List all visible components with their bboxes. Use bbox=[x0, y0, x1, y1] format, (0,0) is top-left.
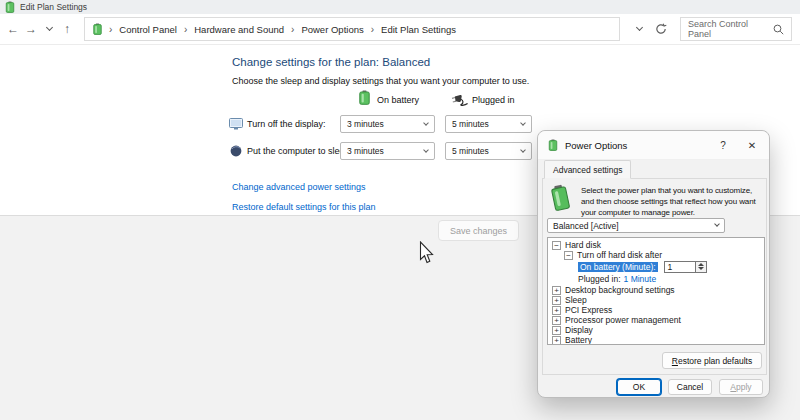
breadcrumb-item-hardware-and-sound[interactable]: Hardware and Sound bbox=[194, 24, 284, 35]
power-plan-select[interactable]: Balanced [Active] bbox=[547, 218, 725, 233]
breadcrumb-item-edit-plan-settings[interactable]: Edit Plan Settings bbox=[381, 24, 456, 35]
tree-item-sleep[interactable]: + Sleep bbox=[548, 295, 764, 305]
restore-default-settings-link[interactable]: Restore default settings for this plan bbox=[232, 202, 376, 212]
expand-icon[interactable]: + bbox=[552, 336, 561, 345]
tree-item-turn-off-hard-disk[interactable]: − Turn off hard disk after bbox=[548, 250, 764, 260]
spinner-up-icon[interactable] bbox=[698, 263, 704, 266]
restore-plan-defaults-button[interactable]: Restore plan defaults bbox=[662, 352, 762, 369]
minutes-value[interactable]: 1 bbox=[664, 261, 696, 273]
cancel-button[interactable]: Cancel bbox=[668, 379, 712, 395]
column-header-on-battery: On battery bbox=[377, 95, 419, 105]
expand-icon[interactable]: + bbox=[552, 316, 561, 325]
spinner-down-icon[interactable] bbox=[698, 267, 704, 270]
selected-setting-label[interactable]: On battery (Minute): bbox=[578, 262, 658, 272]
display-plugged-in-value: 5 minutes bbox=[452, 119, 489, 129]
tree-item-desktop-background-settings[interactable]: + Desktop background settings bbox=[548, 285, 764, 295]
apply-button[interactable]: Apply bbox=[719, 379, 763, 395]
tree-item-plugged-in-setting[interactable]: Plugged in: 1 Minute bbox=[548, 273, 764, 285]
refresh-icon[interactable] bbox=[652, 20, 670, 38]
row-label-turn-off-display: Turn off the display: bbox=[247, 119, 326, 129]
back-button[interactable]: ← bbox=[4, 20, 22, 38]
save-changes-button[interactable]: Save changes bbox=[438, 220, 519, 241]
window-titlebar: Edit Plan Settings bbox=[0, 0, 800, 14]
search-input[interactable]: Search Control Panel bbox=[680, 17, 792, 41]
chevron-down-icon bbox=[714, 221, 720, 227]
tree-item-pci-express[interactable]: + PCI Express bbox=[548, 305, 764, 315]
tree-label: Processor power management bbox=[565, 315, 681, 325]
chevron-down-icon bbox=[520, 147, 526, 153]
tree-label: Sleep bbox=[565, 295, 587, 305]
tree-label: Hard disk bbox=[565, 240, 601, 250]
app-battery-icon bbox=[5, 1, 15, 13]
column-header-plugged-in: Plugged in bbox=[472, 95, 515, 105]
page-title: Change settings for the plan: Balanced bbox=[232, 56, 430, 68]
breadcrumb-separator: › bbox=[291, 24, 294, 35]
forward-button[interactable]: → bbox=[22, 20, 40, 38]
dialog-description: Select the power plan that you want to c… bbox=[581, 185, 765, 218]
navigation-toolbar: ← → ↑ › Control Panel › Hardware and Sou… bbox=[0, 14, 800, 45]
breadcrumb[interactable]: › Control Panel › Hardware and Sound › P… bbox=[84, 17, 620, 41]
display-plugged-in-select[interactable]: 5 minutes bbox=[445, 115, 532, 133]
breadcrumb-separator: › bbox=[184, 24, 187, 35]
sleep-icon bbox=[230, 145, 242, 157]
tree-item-display[interactable]: + Display bbox=[548, 325, 764, 335]
breadcrumb-item-control-panel[interactable]: Control Panel bbox=[119, 24, 177, 35]
address-dropdown-icon[interactable] bbox=[630, 20, 648, 38]
expand-icon[interactable]: + bbox=[552, 326, 561, 335]
breadcrumb-separator: › bbox=[109, 24, 112, 35]
expand-icon[interactable]: + bbox=[552, 286, 561, 295]
power-options-dialog: Power Options ? ✕ Advanced settings Sele… bbox=[537, 130, 770, 398]
tab-label: Advanced settings bbox=[553, 165, 622, 175]
sleep-plugged-in-select[interactable]: 5 minutes bbox=[445, 142, 532, 160]
breadcrumb-item-power-options[interactable]: Power Options bbox=[301, 24, 363, 35]
up-button[interactable]: ↑ bbox=[58, 20, 76, 38]
plugged-in-icon bbox=[451, 94, 469, 107]
dialog-title: Power Options bbox=[565, 140, 627, 151]
help-button[interactable]: ? bbox=[716, 140, 730, 151]
location-battery-icon bbox=[93, 23, 102, 35]
chevron-down-icon bbox=[423, 120, 429, 126]
chevron-down-icon bbox=[520, 120, 526, 126]
minutes-spinner[interactable]: 1 bbox=[664, 261, 707, 273]
close-icon[interactable]: ✕ bbox=[745, 140, 759, 151]
tree-item-hard-disk[interactable]: − Hard disk bbox=[548, 240, 764, 250]
breadcrumb-separator: › bbox=[371, 24, 374, 35]
expand-icon[interactable]: + bbox=[552, 306, 561, 315]
sleep-on-battery-select[interactable]: 3 minutes bbox=[340, 142, 435, 160]
sleep-plugged-in-value: 5 minutes bbox=[452, 146, 489, 156]
power-plan-battery-icon bbox=[550, 184, 572, 212]
search-placeholder: Search Control Panel bbox=[688, 19, 773, 39]
row-label-computer-sleep: Put the computer to sleep: bbox=[247, 146, 352, 156]
plugged-in-setting-value[interactable]: 1 Minute bbox=[624, 274, 657, 284]
tree-item-processor-power-management[interactable]: + Processor power management bbox=[548, 315, 764, 325]
window-title: Edit Plan Settings bbox=[20, 2, 87, 12]
dialog-titlebar[interactable]: Power Options ? ✕ bbox=[538, 131, 769, 160]
search-icon bbox=[773, 24, 784, 35]
display-icon bbox=[229, 118, 243, 130]
display-on-battery-select[interactable]: 3 minutes bbox=[340, 115, 435, 133]
tree-label: Display bbox=[565, 325, 593, 335]
chevron-down-icon bbox=[423, 147, 429, 153]
spinner-buttons[interactable] bbox=[696, 261, 707, 273]
dialog-button-row: OK Cancel Apply bbox=[617, 379, 763, 395]
mouse-cursor bbox=[419, 241, 435, 265]
collapse-icon[interactable]: − bbox=[564, 251, 573, 260]
collapse-icon[interactable]: − bbox=[552, 241, 561, 250]
display-on-battery-value: 3 minutes bbox=[347, 119, 384, 129]
recent-pages-chevron-icon[interactable] bbox=[40, 20, 58, 38]
expand-icon[interactable]: + bbox=[552, 296, 561, 305]
tab-advanced-settings[interactable]: Advanced settings bbox=[544, 160, 631, 179]
power-plan-selected-value: Balanced [Active] bbox=[553, 221, 619, 231]
edit-plan-settings-window: Edit Plan Settings ← → ↑ › Control Panel… bbox=[0, 0, 800, 420]
plugged-in-setting-label: Plugged in: bbox=[578, 274, 621, 284]
tree-label: Desktop background settings bbox=[565, 285, 675, 295]
advanced-settings-tab-page: Select the power plan that you want to c… bbox=[542, 178, 767, 375]
page-subtitle: Choose the sleep and display settings th… bbox=[232, 76, 529, 86]
change-advanced-power-settings-link[interactable]: Change advanced power settings bbox=[232, 182, 366, 192]
ok-button[interactable]: OK bbox=[617, 379, 661, 395]
tree-item-battery[interactable]: + Battery bbox=[548, 335, 764, 345]
on-battery-icon bbox=[359, 90, 370, 105]
tree-item-on-battery-setting[interactable]: On battery (Minute): 1 bbox=[548, 260, 764, 273]
advanced-settings-tree[interactable]: − Hard disk − Turn off hard disk after O… bbox=[547, 237, 765, 345]
sleep-on-battery-value: 3 minutes bbox=[347, 146, 384, 156]
